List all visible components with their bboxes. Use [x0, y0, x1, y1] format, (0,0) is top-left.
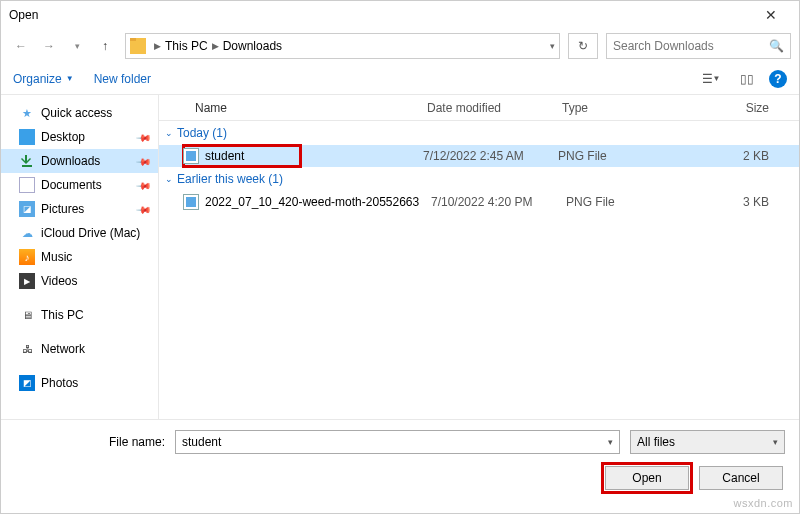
organize-label: Organize	[13, 72, 62, 86]
group-earlier[interactable]: ⌄ Earlier this week (1)	[159, 167, 799, 191]
file-type: PNG File	[558, 149, 654, 163]
chevron-down-icon: ▼	[66, 74, 74, 83]
breadcrumb-root[interactable]: This PC	[165, 39, 208, 53]
sidebar-this-pc[interactable]: 🖥 This PC	[1, 303, 158, 327]
view-options-button[interactable]: ☰ ▼	[697, 68, 725, 90]
cloud-icon: ☁	[19, 225, 35, 241]
search-input[interactable]: Search Downloads 🔍	[606, 33, 791, 59]
close-button[interactable]: ✕	[751, 1, 791, 29]
file-icon	[183, 194, 199, 210]
folder-icon	[130, 38, 146, 54]
sidebar-item-label: Documents	[41, 178, 102, 192]
forward-button[interactable]: →	[37, 34, 61, 58]
document-icon	[19, 177, 35, 193]
sidebar-desktop[interactable]: Desktop 📌	[1, 125, 158, 149]
pin-icon: 📌	[136, 129, 152, 145]
search-icon: 🔍	[769, 39, 784, 53]
filetype-filter[interactable]: All files ▾	[630, 430, 785, 454]
filename-value: student	[182, 435, 221, 449]
sidebar-icloud[interactable]: ☁ iCloud Drive (Mac)	[1, 221, 158, 245]
sidebar-videos[interactable]: ▶ Videos	[1, 269, 158, 293]
file-size: 2 KB	[654, 149, 799, 163]
sidebar-item-label: Quick access	[41, 106, 112, 120]
open-button[interactable]: Open	[605, 466, 689, 490]
sidebar-music[interactable]: ♪ Music	[1, 245, 158, 269]
file-list: Name Date modified Type Size ⌄ Today (1)…	[159, 95, 799, 419]
sidebar-pictures[interactable]: ◪ Pictures 📌	[1, 197, 158, 221]
chevron-down-icon: ▾	[773, 437, 778, 447]
pin-icon: 📌	[136, 153, 152, 169]
file-row[interactable]: 2022_07_10_420-weed-moth-20552663 7/10/2…	[159, 191, 799, 213]
filter-label: All files	[637, 435, 675, 449]
file-date: 7/10/2022 4:20 PM	[431, 195, 566, 209]
sidebar-item-label: Desktop	[41, 130, 85, 144]
column-type[interactable]: Type	[562, 101, 658, 115]
music-icon: ♪	[19, 249, 35, 265]
photos-icon: ◩	[19, 375, 35, 391]
sidebar-documents[interactable]: Documents 📌	[1, 173, 158, 197]
back-button[interactable]: ←	[9, 34, 33, 58]
file-date: 7/12/2022 2:45 AM	[423, 149, 558, 163]
sidebar-item-label: Network	[41, 342, 85, 356]
sidebar-item-label: Videos	[41, 274, 77, 288]
sidebar-quick-access[interactable]: ★ Quick access	[1, 101, 158, 125]
sidebar-item-label: iCloud Drive (Mac)	[41, 226, 140, 240]
video-icon: ▶	[19, 273, 35, 289]
search-placeholder: Search Downloads	[613, 39, 714, 53]
up-button[interactable]: ↑	[93, 34, 117, 58]
column-date[interactable]: Date modified	[427, 101, 562, 115]
group-label: Earlier this week (1)	[177, 172, 283, 186]
sidebar-network[interactable]: 🖧 Network	[1, 337, 158, 361]
chevron-right-icon: ▶	[154, 41, 161, 51]
sidebar: ★ Quick access Desktop 📌 Downloads 📌 Doc…	[1, 95, 159, 419]
file-type: PNG File	[566, 195, 662, 209]
sidebar-item-label: Downloads	[41, 154, 100, 168]
desktop-icon	[19, 129, 35, 145]
chevron-down-icon: ⌄	[165, 174, 173, 184]
filename-label: File name:	[15, 435, 165, 449]
sidebar-downloads[interactable]: Downloads 📌	[1, 149, 158, 173]
pictures-icon: ◪	[19, 201, 35, 217]
chevron-right-icon: ▶	[212, 41, 219, 51]
pin-icon: 📌	[136, 201, 152, 217]
refresh-button[interactable]: ↻	[568, 33, 598, 59]
group-today[interactable]: ⌄ Today (1)	[159, 121, 799, 145]
dialog-title: Open	[9, 8, 751, 22]
preview-pane-button[interactable]: ▯▯	[733, 68, 761, 90]
file-icon	[183, 148, 199, 164]
file-name: student	[205, 149, 295, 163]
download-icon	[19, 153, 35, 169]
star-icon: ★	[19, 105, 35, 121]
filename-input[interactable]: student ▾	[175, 430, 620, 454]
pc-icon: 🖥	[19, 307, 35, 323]
cancel-button[interactable]: Cancel	[699, 466, 783, 490]
address-dropdown-icon[interactable]: ▾	[550, 41, 555, 51]
sidebar-item-label: Photos	[41, 376, 78, 390]
chevron-down-icon: ▾	[608, 437, 613, 447]
sidebar-item-label: Music	[41, 250, 72, 264]
help-icon[interactable]: ?	[769, 70, 787, 88]
chevron-down-icon: ⌄	[165, 128, 173, 138]
recent-dropdown[interactable]: ▾	[65, 34, 89, 58]
column-headers: Name Date modified Type Size	[159, 95, 799, 121]
column-name[interactable]: Name	[195, 101, 427, 115]
network-icon: 🖧	[19, 341, 35, 357]
column-size[interactable]: Size	[658, 101, 799, 115]
sidebar-item-label: This PC	[41, 308, 84, 322]
sidebar-item-label: Pictures	[41, 202, 84, 216]
group-label: Today (1)	[177, 126, 227, 140]
pin-icon: 📌	[136, 177, 152, 193]
file-size: 3 KB	[662, 195, 799, 209]
file-name: 2022_07_10_420-weed-moth-20552663	[205, 195, 431, 209]
file-row[interactable]: student 7/12/2022 2:45 AM PNG File 2 KB	[159, 145, 799, 167]
sidebar-photos[interactable]: ◩ Photos	[1, 371, 158, 395]
address-bar[interactable]: ▶ This PC ▶ Downloads ▾	[125, 33, 560, 59]
new-folder-button[interactable]: New folder	[94, 72, 151, 86]
organize-menu[interactable]: Organize ▼	[13, 72, 74, 86]
breadcrumb-folder[interactable]: Downloads	[223, 39, 282, 53]
